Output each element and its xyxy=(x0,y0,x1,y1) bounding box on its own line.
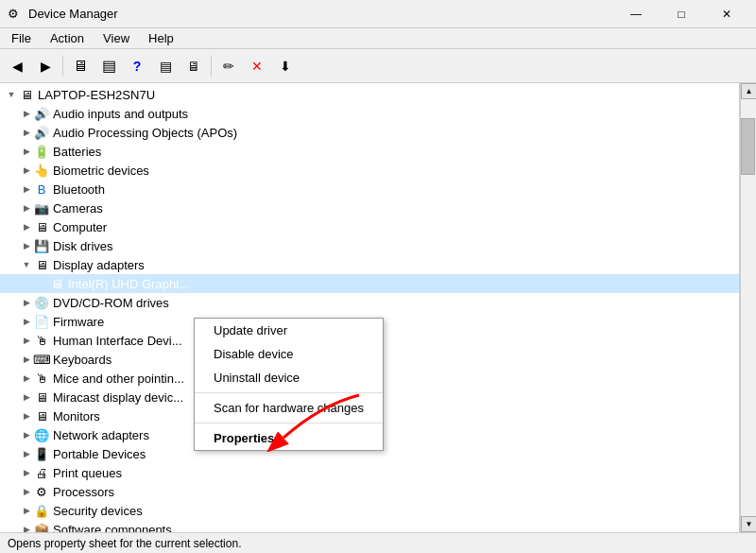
expand-audio-inputs[interactable]: ▶ xyxy=(19,106,34,121)
tree-item-sw-components[interactable]: ▶ 📦 Software components xyxy=(0,520,739,532)
expand-firmware[interactable]: ▶ xyxy=(19,314,34,329)
network-icon: 🌐 xyxy=(34,427,49,442)
apo-label: Audio Processing Objects (APOs) xyxy=(53,126,237,140)
display-label: Display adapters xyxy=(53,258,145,272)
biometric-icon: 👆 xyxy=(34,163,49,178)
title-bar-controls: — □ ✕ xyxy=(614,0,748,28)
sw-components-label: Software components xyxy=(53,523,172,533)
tree-item-apo[interactable]: ▶ 🔊 Audio Processing Objects (APOs) xyxy=(0,123,739,142)
context-update-driver[interactable]: Update driver xyxy=(195,319,383,342)
expand-dvd[interactable]: ▶ xyxy=(19,295,34,310)
toolbar-prop[interactable]: ▤ xyxy=(152,53,179,79)
toolbar-edit[interactable]: ✏ xyxy=(215,53,242,79)
tree-item-security[interactable]: ▶ 🔒 Security devices xyxy=(0,501,739,520)
expand-network[interactable]: ▶ xyxy=(19,427,34,442)
scroll-down[interactable]: ▼ xyxy=(741,516,756,532)
tree-item-computer[interactable]: ▶ 🖥 Computer xyxy=(0,217,739,236)
tree-item-dvd[interactable]: ▶ 💿 DVD/CD-ROM drives xyxy=(0,293,739,312)
toolbar-scan[interactable]: ⬇ xyxy=(272,53,299,79)
miracast-label: Miracast display devic... xyxy=(53,390,183,405)
processors-icon: ⚙ xyxy=(34,484,49,499)
expand-monitors[interactable]: ▶ xyxy=(19,408,34,423)
context-sep-1 xyxy=(195,392,383,393)
dvd-label: DVD/CD-ROM drives xyxy=(53,296,169,310)
network-label: Network adapters xyxy=(53,428,149,442)
tree-item-biometric[interactable]: ▶ 👆 Biometric devices xyxy=(0,161,739,180)
expand-portable[interactable]: ▶ xyxy=(19,446,34,461)
expand-computer[interactable]: ▶ xyxy=(19,219,34,234)
expand-hid[interactable]: ▶ xyxy=(19,333,34,348)
apo-icon: 🔊 xyxy=(34,125,49,140)
tree-item-cameras[interactable]: ▶ 📷 Cameras xyxy=(0,199,739,217)
expand-cameras[interactable]: ▶ xyxy=(19,200,34,216)
expand-display[interactable]: ▼ xyxy=(19,257,34,272)
firmware-icon: 📄 xyxy=(34,314,49,329)
close-button[interactable]: ✕ xyxy=(705,0,748,28)
miracast-icon: 🖥 xyxy=(34,389,49,405)
batteries-icon: 🔋 xyxy=(34,144,49,159)
hid-icon: 🖱 xyxy=(34,333,49,348)
tree-item-disk[interactable]: ▶ 💾 Disk drives xyxy=(0,236,739,255)
expand-biometric[interactable]: ▶ xyxy=(19,163,34,178)
bluetooth-icon: B xyxy=(34,181,49,197)
scroll-thumb[interactable] xyxy=(741,118,755,175)
expand-apo[interactable]: ▶ xyxy=(19,125,34,140)
menu-action[interactable]: Action xyxy=(43,29,92,47)
cameras-icon: 📷 xyxy=(34,200,49,216)
maximize-button[interactable]: □ xyxy=(660,0,703,28)
context-uninstall-device[interactable]: Uninstall device xyxy=(195,366,383,389)
expand-miracast[interactable]: ▶ xyxy=(19,389,34,405)
expand-batteries[interactable]: ▶ xyxy=(19,144,34,159)
tree-item-bluetooth[interactable]: ▶ B Bluetooth xyxy=(0,180,739,199)
expand-processors[interactable]: ▶ xyxy=(19,484,34,499)
disk-icon: 💾 xyxy=(34,238,49,253)
menu-bar: File Action View Help xyxy=(0,28,756,49)
tree-item-intel-uhd[interactable]: ▶ 🖥 Intel(R) UHD Graphi... xyxy=(0,274,739,293)
expand-print[interactable]: ▶ xyxy=(19,465,34,480)
title-bar-left: ⚙ Device Manager xyxy=(8,7,118,22)
menu-help[interactable]: Help xyxy=(141,29,181,47)
scroll-track[interactable] xyxy=(741,99,756,516)
expand-security[interactable]: ▶ xyxy=(19,503,34,518)
expand-bluetooth[interactable]: ▶ xyxy=(19,181,34,197)
print-icon: 🖨 xyxy=(34,465,49,480)
monitors-label: Monitors xyxy=(53,409,100,423)
computer-icon: 🖥 xyxy=(34,219,49,234)
toolbar-remove[interactable]: ✕ xyxy=(244,53,270,79)
display-icon: 🖥 xyxy=(34,257,49,272)
context-properties[interactable]: Properties xyxy=(195,426,383,450)
toolbar-sep-2 xyxy=(211,56,212,77)
expand-root[interactable]: ▼ xyxy=(4,87,19,102)
toolbar-display[interactable]: 🖥 xyxy=(180,53,207,79)
hid-label: Human Interface Devi... xyxy=(53,334,182,348)
toolbar-back[interactable]: ◀ xyxy=(4,53,30,79)
biometric-label: Biometric devices xyxy=(53,164,149,178)
toolbar-help[interactable]: ? xyxy=(124,53,150,79)
tree-view[interactable]: ▼ 🖥 LAPTOP-ESH2SN7U ▶ 🔊 Audio inputs and… xyxy=(0,83,740,532)
scroll-up[interactable]: ▲ xyxy=(741,83,756,99)
context-disable-device[interactable]: Disable device xyxy=(195,342,383,366)
toolbar-forward[interactable]: ▶ xyxy=(32,53,59,79)
tree-item-batteries[interactable]: ▶ 🔋 Batteries xyxy=(0,142,739,161)
expand-disk[interactable]: ▶ xyxy=(19,238,34,253)
toolbar-sep-1 xyxy=(62,56,63,77)
tree-root[interactable]: ▼ 🖥 LAPTOP-ESH2SN7U xyxy=(0,85,739,104)
tree-item-print[interactable]: ▶ 🖨 Print queues xyxy=(0,463,739,482)
app-icon: ⚙ xyxy=(8,7,23,22)
expand-sw-components[interactable]: ▶ xyxy=(19,522,34,532)
tree-item-processors[interactable]: ▶ ⚙ Processors xyxy=(0,482,739,501)
tree-item-display[interactable]: ▼ 🖥 Display adapters xyxy=(0,255,739,274)
context-scan-hardware[interactable]: Scan for hardware changes xyxy=(195,396,383,420)
menu-view[interactable]: View xyxy=(95,29,137,47)
keyboards-label: Keyboards xyxy=(53,353,112,367)
expand-mice[interactable]: ▶ xyxy=(19,371,34,386)
tree-item-audio-inputs[interactable]: ▶ 🔊 Audio inputs and outputs xyxy=(0,104,739,123)
menu-file[interactable]: File xyxy=(4,29,39,47)
toolbar-computer[interactable]: 🖥 xyxy=(67,53,94,79)
portable-label: Portable Devices xyxy=(53,447,146,461)
intel-label: Intel(R) UHD Graphi... xyxy=(68,277,189,291)
scrollbar[interactable]: ▲ ▼ xyxy=(740,83,756,532)
batteries-label: Batteries xyxy=(53,145,101,159)
minimize-button[interactable]: — xyxy=(614,0,658,28)
toolbar-list[interactable]: ▤ xyxy=(95,53,122,79)
